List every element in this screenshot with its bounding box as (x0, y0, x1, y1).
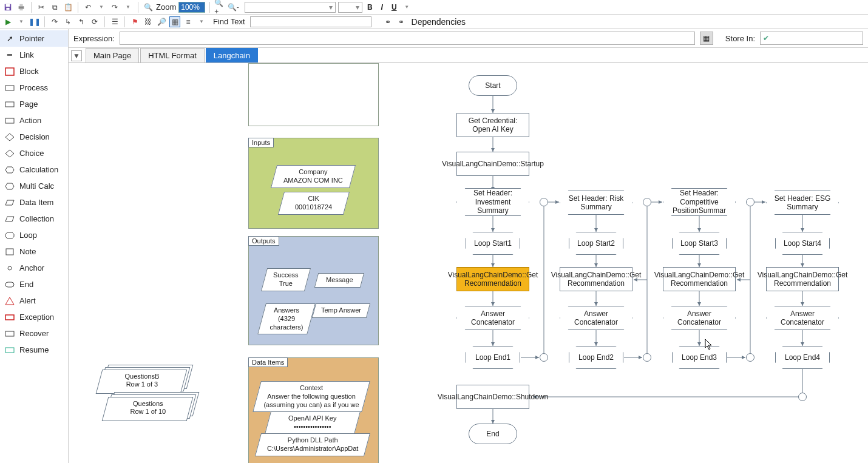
redo-dropdown-icon[interactable]: ▼ (123, 2, 134, 13)
expression-picker-button[interactable]: ▦ (700, 32, 713, 45)
step-over-icon[interactable]: ↷ (49, 16, 60, 27)
inspect-icon[interactable]: 🔎 (156, 16, 167, 27)
node-loop-start-4[interactable]: Loop Start4 (775, 232, 830, 255)
play-dropdown-icon[interactable]: ▼ (16, 16, 27, 27)
node-loop-end-1[interactable]: Loop End1 (466, 346, 520, 369)
tool-choice[interactable]: Choice (0, 145, 68, 161)
anchor-3t[interactable] (746, 198, 754, 206)
breakpoint-list-icon[interactable]: ☰ (109, 16, 120, 27)
zoom-search-icon[interactable]: 🔍 (143, 2, 154, 13)
node-answer-concat-3[interactable]: Answer Concatenator (663, 306, 736, 330)
tool-dataitem[interactable]: Data Item (0, 194, 68, 211)
node-set-header-1[interactable]: Set Header: Investment Summary (456, 188, 529, 216)
redo-icon[interactable]: ↷ (109, 2, 120, 13)
anchor-4b[interactable] (798, 393, 807, 401)
node-set-header-4[interactable]: Set Header: ESG Summary (766, 191, 839, 215)
dependencies-icon-1[interactable]: ⚭ (382, 16, 393, 27)
tab-langchain[interactable]: Langchain (206, 48, 258, 63)
node-loop-end-3[interactable]: Loop End3 (672, 346, 727, 369)
tool-pointer[interactable]: ➚Pointer (0, 30, 68, 47)
tool-multicalc[interactable]: Multi Calc (0, 178, 68, 194)
step-out-icon[interactable]: ↰ (76, 16, 87, 27)
input-cik[interactable]: CIK0001018724 (278, 192, 350, 215)
anchor-1t[interactable] (540, 198, 548, 206)
node-get-recommendation-2[interactable]: VisualLangChainDemo::Get Recommendation (560, 267, 632, 291)
anchor-2b[interactable] (643, 353, 651, 362)
tool-link[interactable]: ━Link (0, 47, 68, 63)
tool-alert[interactable]: Alert (0, 292, 68, 309)
print-icon[interactable] (16, 2, 27, 13)
node-loop-end-2[interactable]: Loop End2 (569, 346, 623, 369)
input-company[interactable]: CompanyAMAZON COM INC (271, 165, 356, 188)
store-in-input[interactable]: ✔ (760, 32, 863, 45)
tool-recover[interactable]: Recover (0, 325, 68, 342)
copy-icon[interactable]: ⧉ (49, 2, 60, 13)
node-answer-concat-1[interactable]: Answer Concatenator (456, 306, 529, 330)
play-icon[interactable]: ▶ (2, 16, 13, 27)
zoom-out-icon[interactable]: 🔍- (228, 2, 239, 13)
tool-block[interactable]: Block (0, 63, 68, 79)
tabs-dropdown[interactable]: ▼ (71, 50, 82, 61)
group-box-top[interactable] (248, 63, 379, 126)
tool-decision[interactable]: Decision (0, 129, 68, 145)
grid-toggle-icon[interactable]: ▦ (169, 16, 180, 27)
zoom-in-icon[interactable]: 🔍+ (214, 2, 225, 13)
find-input[interactable] (250, 16, 371, 27)
tool-exception[interactable]: Exception (0, 309, 68, 325)
node-loop-end-4[interactable]: Loop End4 (775, 346, 830, 369)
tool-resume[interactable]: Resume (0, 342, 68, 358)
node-get-recommendation-1[interactable]: VisualLangChainDemo::Get Recommendation (456, 267, 529, 291)
zoom-input[interactable]: 100% (178, 2, 205, 13)
format-dropdown-icon[interactable]: ▼ (401, 2, 412, 13)
underline-button[interactable]: U (389, 3, 399, 12)
node-end[interactable]: End (469, 424, 517, 444)
tool-anchor[interactable]: Anchor (0, 260, 68, 276)
tool-page[interactable]: Page (0, 96, 68, 112)
step-in-icon[interactable]: ↳ (63, 16, 73, 27)
pause-icon[interactable]: ❚❚ (29, 16, 40, 27)
align-icon[interactable]: ≡ (183, 16, 194, 27)
save-icon[interactable] (2, 2, 13, 13)
bold-button[interactable]: B (365, 3, 375, 12)
tool-note[interactable]: Note (0, 243, 68, 260)
italic-button[interactable]: I (377, 3, 387, 12)
dependencies-icon-2[interactable]: ⚭ (396, 16, 407, 27)
data-context[interactable]: ContextAnswer the following question (as… (253, 381, 370, 412)
undo-dropdown-icon[interactable]: ▼ (96, 2, 107, 13)
font-size-select[interactable]: ▾ (338, 2, 362, 13)
node-set-header-3[interactable]: Set Header: Competitive PositionSummar (663, 188, 736, 216)
tool-loop[interactable]: Loop (0, 227, 68, 243)
node-get-recommendation-4[interactable]: VisualLangChainDemo::Get Recommendation (766, 267, 839, 291)
node-startup[interactable]: VisualLangChainDemo::Startup (456, 152, 529, 176)
font-select[interactable]: ▾ (245, 2, 336, 13)
restart-icon[interactable]: ⟳ (89, 16, 100, 27)
tab-html-format[interactable]: HTML Format (140, 48, 205, 63)
paste-icon[interactable]: 📋 (63, 2, 73, 13)
anchor-2t[interactable] (643, 198, 651, 206)
node-get-credential[interactable]: Get Credential: Open AI Key (456, 113, 529, 137)
flag-icon[interactable]: ⚑ (129, 16, 140, 27)
tool-action[interactable]: Action (0, 112, 68, 129)
dependencies-label[interactable]: Dependencies (412, 17, 466, 27)
node-loop-start-1[interactable]: Loop Start1 (466, 232, 520, 255)
output-answers[interactable]: Answers(4329 characters) (257, 303, 316, 334)
anchor-3b[interactable] (746, 353, 754, 362)
node-answer-concat-2[interactable]: Answer Concatenator (560, 306, 632, 330)
tool-end[interactable]: End (0, 276, 68, 292)
output-success[interactable]: SuccessTrue (261, 268, 311, 291)
diagram-canvas[interactable]: Inputs CompanyAMAZON COM INC CIK00010187… (69, 63, 868, 463)
node-shutdown[interactable]: VisualLangChainDemo::Shutdown (456, 385, 529, 409)
tool-process[interactable]: Process (0, 79, 68, 96)
anchor-1b[interactable] (540, 353, 548, 362)
expression-input[interactable] (120, 32, 695, 45)
data-apikey[interactable]: OpenAI API Key•••••••••••••••• (265, 411, 361, 434)
node-get-recommendation-3[interactable]: VisualLangChainDemo::Get Recommendation (663, 267, 736, 291)
node-start[interactable]: Start (469, 75, 517, 96)
node-loop-start-2[interactable]: Loop Start2 (569, 232, 623, 255)
node-set-header-2[interactable]: Set Header: Risk Summary (560, 191, 632, 215)
node-answer-concat-4[interactable]: Answer Concatenator (766, 306, 839, 330)
undo-icon[interactable]: ↶ (83, 2, 93, 13)
align-dropdown-icon[interactable]: ▼ (196, 16, 207, 27)
tool-calculation[interactable]: Calculation (0, 161, 68, 178)
link-chain-icon[interactable]: ⛓ (143, 16, 154, 27)
